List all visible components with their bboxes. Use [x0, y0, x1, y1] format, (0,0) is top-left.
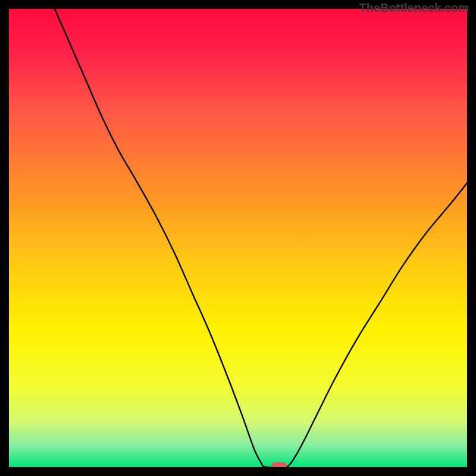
watermark-text: TheBottleneck.com: [359, 1, 469, 15]
gradient-background: [9, 9, 467, 467]
optimal-marker: [271, 462, 287, 467]
chart-frame: TheBottleneck.com: [0, 0, 476, 476]
bottleneck-curve-chart: [9, 9, 467, 467]
plot-area: [9, 9, 467, 467]
